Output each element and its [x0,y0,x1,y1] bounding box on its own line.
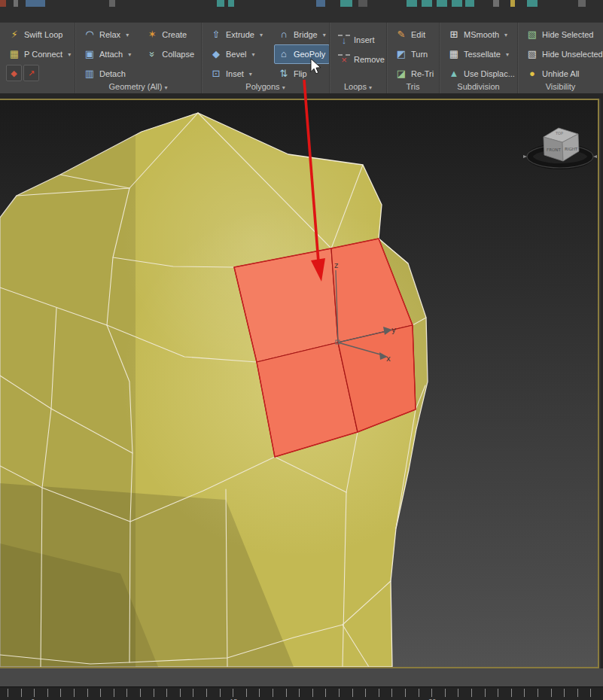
plane-arrow-button[interactable]: ↗ [23,65,39,81]
inset-label: Inset [226,69,244,78]
toolbar-fragment [109,0,115,7]
timeline-tick [299,689,300,697]
insert-button[interactable]: ↓Insert [334,30,388,50]
ribbon-panel-geometry-all: ◠Relax▾▣Attach▾▥Detach✶Create»CollapseGe… [75,23,201,93]
chevron-down-icon: ▾ [164,84,167,91]
create-icon: ✶ [146,29,158,41]
timeline-tick [511,689,512,697]
geopoly-icon: ⌂ [278,48,290,60]
ribbon-panel-tris: ✎Edit◩Turn◪Re-TriTris [387,23,439,93]
timeline-tick [259,689,260,697]
panel-label-subdivision[interactable]: Subdivision [440,81,517,93]
timeline-tick [154,689,154,697]
timeline-tick [419,689,419,697]
panel-label-loops[interactable]: Loops ▾ [330,81,386,93]
timeline-tick [100,689,101,697]
toolbar-fragment [527,0,538,7]
hide-unselected-button[interactable]: ▧Hide Unselected [522,44,603,64]
hide-selected-button[interactable]: ▧Hide Selected [522,25,603,44]
attach-button[interactable]: ▣Attach▾ [80,44,135,64]
toolbar-fragment [217,0,224,7]
timeline-tick [166,689,167,697]
bridge-button[interactable]: ∩Bridge▾ [274,25,330,44]
timeline-tick [180,689,181,697]
viewport-3d[interactable]: z y x FRONT RIGHT TOP [0,99,599,668]
timeline-tick [233,689,233,697]
create-button[interactable]: ✶Create [142,25,198,44]
swift-loop-button[interactable]: ⚡Swift Loop [5,25,75,44]
toolbar-fragment [578,0,586,7]
panel-separator [386,23,388,93]
toolbar-fragment [510,0,515,7]
bevel-button[interactable]: ◆Bevel▾ [206,44,266,64]
collapse-button[interactable]: »Collapse [142,44,198,64]
timeline-track[interactable]: 01530 [0,686,603,700]
collapse-label: Collapse [162,50,194,59]
panel-label-polygons[interactable]: Polygons ▾ [202,81,329,93]
timeline-tick [21,689,22,697]
create-label: Create [162,30,187,39]
chevron-down-icon[interactable]: ▾ [323,32,326,38]
chevron-down-icon[interactable]: ▾ [126,32,129,38]
flip-label: Flip [294,69,307,78]
top-toolbar-strip [0,0,603,23]
panel-label-geometry-all[interactable]: Geometry (All) ▾ [75,81,201,93]
edit-button[interactable]: ✎Edit [391,25,437,44]
panel-label-tris[interactable]: Tris [387,81,439,93]
tessellate-button[interactable]: ▦Tessellate▾ [444,44,519,64]
bridge-label: Bridge [294,30,318,39]
timeline-tick [325,689,326,697]
timeline-tick [524,689,525,697]
chevron-down-icon[interactable]: ▾ [249,71,252,78]
timeline-tick [126,689,127,697]
msmooth-label: MSmooth [464,30,499,39]
p-connect-icon: ▦ [8,48,20,60]
extrude-button[interactable]: ⇧Extrude▾ [206,25,266,44]
modeling-ribbon: ⚡Swift Loop▦P Connect▾◆↗◠Relax▾▣Attach▾▥… [0,23,603,93]
attach-label: Attach [99,50,123,59]
ribbon-panel-subdivision: ⊞MSmooth▾▦Tessellate▾▲Use Displac...Subd… [440,23,517,93]
timeline-tick [60,689,61,697]
turn-button[interactable]: ◩Turn [391,44,437,64]
red-cube-button[interactable]: ◆ [6,65,22,81]
timeline-tick [220,689,221,697]
panel-separator [75,23,76,93]
timeline-tick [577,689,578,697]
timeline-tick [590,689,591,697]
relax-icon: ◠ [84,29,96,41]
ribbon-panel-edit: ⚡Swift Loop▦P Connect▾◆↗ [0,23,75,93]
ribbon-viewport-divider [0,93,603,99]
ribbon-panel-polygons: ⇧Extrude▾◆Bevel▾⊡Inset▾∩Bridge▾⌂GeoPoly⇅… [202,23,329,93]
panel-label-visibility[interactable]: Visibility [518,81,603,93]
chevron-down-icon[interactable]: ▾ [504,32,507,38]
plane-arrow-icon: ↗ [28,68,35,78]
gizmo-y-label: y [391,326,396,334]
insert-loop-icon: ↓ [338,35,350,45]
relax-button[interactable]: ◠Relax▾ [80,25,135,44]
p-connect-button[interactable]: ▦P Connect▾ [5,44,75,64]
insert-label: Insert [354,35,375,44]
chevron-down-icon[interactable]: ▾ [506,51,509,58]
swift-loop-label: Swift Loop [24,30,62,39]
toolbar-fragment [26,0,45,7]
chevron-down-icon[interactable]: ▾ [68,51,71,58]
tessellate-icon: ▦ [448,48,460,60]
panel-separator [201,23,203,93]
timeline-tick [339,689,340,697]
re-tri-label: Re-Tri [411,69,434,78]
chevron-down-icon[interactable]: ▾ [128,51,131,58]
timeline-tick [471,689,472,697]
geopoly-button[interactable]: ⌂GeoPoly [274,44,330,64]
viewcube-front-label: FRONT [547,148,561,152]
chevron-down-icon[interactable]: ▾ [252,51,255,58]
msmooth-button[interactable]: ⊞MSmooth▾ [444,25,519,44]
chevron-down-icon[interactable]: ▾ [260,32,263,38]
timeline-tick [312,689,313,697]
timeline-tick [193,689,193,697]
timeline-tick [352,689,353,697]
detach-label: Detach [99,69,126,78]
unhide-all-label: Unhide All [542,69,580,78]
toolbar-fragment [0,0,6,7]
remove-button[interactable]: ×Remove [334,50,388,69]
hide-selected-icon: ▧ [526,29,538,41]
